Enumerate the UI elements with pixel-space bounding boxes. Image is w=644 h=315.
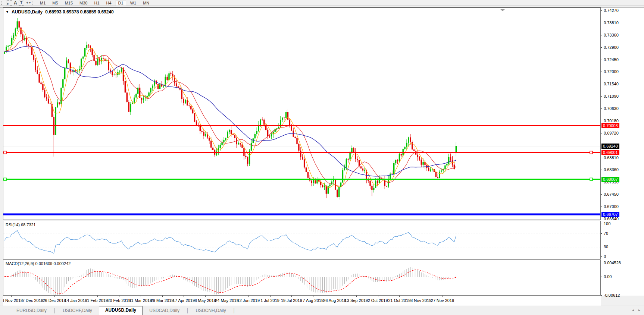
collapse-ohlc-icon[interactable]: ▼	[6, 10, 9, 14]
hline-handle[interactable]	[590, 151, 593, 154]
toolbar-grip-2[interactable]	[32, 1, 35, 5]
chart-tab-usdcad[interactable]: USDCAD,Daily	[143, 307, 186, 315]
date-tick	[313, 296, 313, 297]
date-tick	[205, 296, 206, 297]
price-tick-label: 0.70180	[604, 119, 619, 123]
rsi-tick	[601, 233, 602, 234]
chevron-down-icon: ▾	[29, 1, 31, 4]
price-scale[interactable]: 0.742700.738100.733600.729000.724500.720…	[601, 7, 644, 296]
toolbar-grip[interactable]	[1, 1, 4, 5]
macd-chart[interactable]	[3, 260, 600, 295]
chart-tab-bar: EURUSD,Daily│USDCHF,DailyAUDUSD,DailyUSD…	[0, 306, 644, 315]
text-label-button[interactable]: T	[19, 0, 24, 6]
rsi-tick-label: 70	[604, 231, 608, 236]
tab-divider: │	[233, 308, 236, 315]
chart-frame-button[interactable]: F	[6, 0, 12, 6]
macd-tick-label: 0.004528	[604, 261, 621, 265]
date-label: 8 Nov 2019	[410, 298, 431, 303]
timeframe-button-w1[interactable]: W1	[128, 0, 139, 6]
chart-tab-audusd[interactable]: AUDUSD,Daily	[99, 306, 143, 315]
date-tick	[270, 296, 271, 297]
timeframe-button-m1[interactable]: M1	[37, 0, 48, 6]
price-tick-label: 0.71540	[604, 82, 619, 86]
date-label: 29 Mar 2019	[151, 298, 174, 303]
shapes-menu-button[interactable]: ✦ ▾	[26, 0, 31, 6]
price-tick-label: 0.68360	[604, 167, 619, 172]
date-tick	[248, 296, 249, 297]
timeframe-toolbar: M1M5M15M30H1H4D1W1MN	[37, 0, 153, 6]
tab-scroll-arrows[interactable]: ◂▸	[632, 308, 644, 312]
price-tick	[601, 35, 602, 35]
price-tick-label: 0.72900	[604, 45, 619, 50]
hline-handle[interactable]	[590, 178, 593, 180]
date-label: 7 Dec 2018	[22, 298, 43, 303]
date-label: 24 May 2019	[215, 298, 239, 303]
price-tick	[601, 72, 602, 72]
macd-indicator-pane[interactable]: MACD(12,26,9) 0.001609 0.000242	[3, 259, 601, 296]
rsi-tick-label: 30	[604, 245, 608, 249]
date-label: 1 Jul 2019	[260, 298, 279, 303]
rsi-tick-label: 100	[604, 221, 610, 226]
timeframe-button-m5[interactable]: M5	[50, 0, 60, 6]
price-tick-label: 0.72450	[604, 57, 619, 62]
tab-scroll-right-icon[interactable]: ▸	[638, 308, 644, 312]
chart-shift-marker[interactable]	[500, 9, 505, 11]
date-label: 6 May 2019	[194, 298, 216, 303]
text-tool-button[interactable]: A	[14, 0, 17, 6]
toolbar-divider	[0, 6, 644, 6]
hline-handle[interactable]	[4, 151, 6, 154]
price-tick	[601, 60, 602, 60]
macd-tick-label: 0.00	[604, 274, 612, 279]
chart-frame-icon: F	[6, 0, 12, 6]
date-label: 7 Aug 2019	[303, 298, 323, 303]
date-tick	[97, 296, 98, 297]
price-tag: 0.66707	[601, 212, 619, 217]
date-label: 21 Oct 2019	[388, 298, 410, 303]
rsi-label: RSI(14) 68.7321	[6, 223, 36, 227]
hline-handle[interactable]	[4, 178, 6, 180]
chart-tab-usdcnh[interactable]: USDCNH,Daily	[189, 307, 232, 315]
date-tick	[11, 296, 12, 297]
timeframe-button-d1[interactable]: D1	[116, 0, 126, 6]
price-tick	[601, 219, 602, 219]
date-tick	[421, 296, 421, 297]
price-tick	[601, 96, 602, 97]
timeframe-button-h4[interactable]: H4	[104, 0, 114, 6]
toolbar: F A T ✦ ▾ M1M5M15M30H1H4D1W1MN	[0, 0, 644, 6]
timeframe-button-mn[interactable]: MN	[140, 0, 152, 6]
price-tick	[601, 84, 602, 84]
rsi-chart[interactable]	[3, 221, 600, 259]
price-tick-label: 0.67000	[604, 204, 619, 209]
timeframe-button-m30[interactable]: M30	[77, 0, 90, 6]
date-label: 12 Jun 2019	[237, 298, 260, 303]
date-label: 19 Jul 2019	[281, 298, 302, 303]
date-tick	[356, 296, 357, 297]
time-axis[interactable]: 19 Nov 20187 Dec 201826 Dec 201814 Jan 2…	[3, 296, 601, 306]
timeframe-button-h1[interactable]: H1	[91, 0, 102, 6]
chart-tab-eurusd[interactable]: EURUSD,Daily	[10, 307, 53, 315]
price-tick	[601, 182, 602, 182]
tab-divider: │	[186, 308, 189, 315]
candlestick-chart[interactable]	[3, 8, 600, 220]
rsi-tick	[601, 224, 602, 224]
date-tick	[33, 296, 33, 297]
price-tick-label: 0.69720	[604, 131, 619, 135]
text-icon: A	[14, 0, 17, 6]
date-label: 11 Mar 2019	[129, 298, 152, 303]
text-label-icon: T	[19, 0, 24, 6]
date-tick	[227, 296, 227, 297]
shapes-icon: ✦	[26, 1, 29, 5]
timeframe-button-m15[interactable]: M15	[62, 0, 75, 6]
price-tick-label: 0.67450	[604, 192, 619, 196]
tab-scroll-left-icon[interactable]: ◂	[632, 308, 638, 312]
rsi-tick-label: 0	[604, 254, 606, 259]
chart-tab-usdchf[interactable]: USDCHF,Daily	[56, 307, 99, 315]
chart-title: ▼ AUDUSD,Daily 0.68993 0.69378 0.68859 0…	[6, 9, 114, 15]
main-chart-pane[interactable]: ▼ AUDUSD,Daily 0.68993 0.69378 0.68859 0…	[3, 7, 601, 220]
price-tick	[601, 108, 602, 109]
rsi-indicator-pane[interactable]: RSI(14) 68.7321	[3, 221, 601, 259]
rsi-tick	[601, 247, 602, 247]
tab-divider: │	[53, 308, 56, 315]
price-tick	[601, 10, 602, 11]
date-tick	[378, 296, 378, 297]
